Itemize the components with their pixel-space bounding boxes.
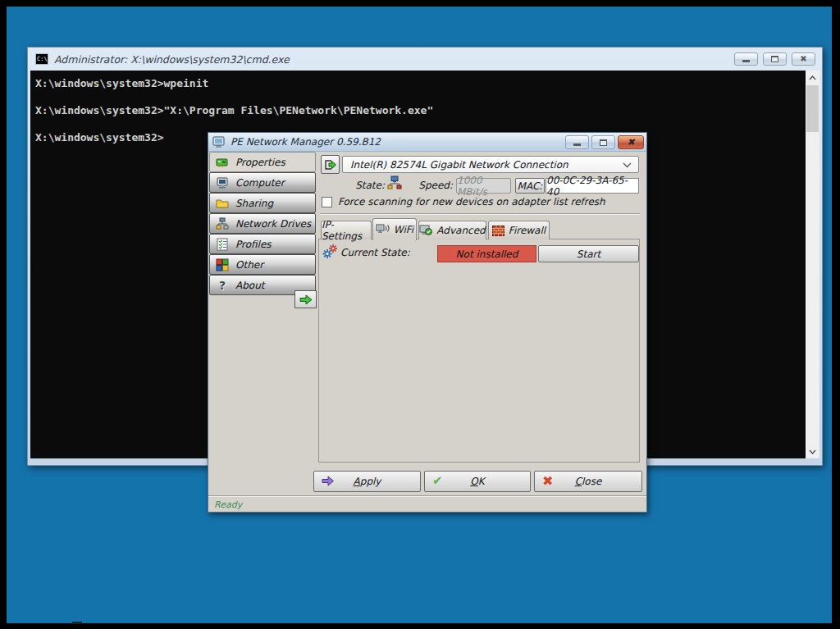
chevron-down-icon <box>809 449 816 454</box>
close-icon: ✖ <box>800 55 806 63</box>
console-line <box>35 91 801 105</box>
tab-firewall[interactable]: Firewall <box>488 221 550 239</box>
sidebar-item-label: Network Drives <box>235 218 311 230</box>
cmd-titlebar[interactable]: C:\ Administrator: X:\windows\system32\c… <box>28 48 822 71</box>
green-arrow-right-icon <box>299 294 313 305</box>
apply-button[interactable]: Apply <box>313 471 421 492</box>
sidebar-item-other[interactable]: Other <box>209 254 316 275</box>
close-button[interactable]: ✖ Close <box>534 471 642 492</box>
pe-close-button[interactable]: ✖ <box>618 135 644 149</box>
scroll-up-button[interactable] <box>806 71 819 84</box>
console-line <box>35 118 801 132</box>
tab-label: WiFi <box>394 224 413 235</box>
color-squares-icon <box>216 258 229 271</box>
sidebar-item-label: Profiles <box>235 239 272 250</box>
chevron-up-icon <box>809 75 816 80</box>
sidebar-item-label: About <box>235 280 264 291</box>
force-scan-checkbox[interactable] <box>322 197 332 207</box>
wifi-monitor-icon <box>376 224 390 235</box>
maximize-icon <box>771 56 778 62</box>
pe-titlebar[interactable]: PE Network Manager 0.59.B12 ✖ <box>208 133 646 152</box>
wifi-tab-panel <box>318 239 640 463</box>
tab-label: Advanced <box>436 225 485 236</box>
pe-status-bar: Ready <box>208 498 646 512</box>
cmd-close-button[interactable]: ✖ <box>792 52 815 66</box>
state-label: State: <box>340 180 385 191</box>
refresh-adapter-button[interactable] <box>321 155 340 174</box>
separator <box>320 213 640 215</box>
speed-value: 1000 MBit/s <box>456 178 511 194</box>
apply-arrow-icon <box>322 475 335 490</box>
pe-maximize-button[interactable] <box>591 135 615 149</box>
network-tree-icon <box>216 217 229 230</box>
wifi-state-value: Not installed <box>437 245 536 262</box>
mac-button-label: MAC: <box>518 180 543 192</box>
pe-window-title: PE Network Manager 0.59.B12 <box>231 136 381 148</box>
minimize-icon <box>573 144 581 146</box>
network-state-icon <box>387 175 402 192</box>
sidebar-item-network-drives[interactable]: Network Drives <box>209 213 316 234</box>
ok-check-icon: ✔ <box>432 475 443 487</box>
minimize-icon <box>742 60 750 62</box>
force-scan-label: Force scanning for new devices on adapte… <box>338 196 605 207</box>
gears-icon <box>322 244 338 262</box>
pe-app-icon <box>212 135 226 148</box>
adapter-dropdown[interactable]: Intel(R) 82574L Gigabit Network Connecti… <box>342 156 639 173</box>
tab-ip-settings[interactable]: IP-Settings <box>321 221 372 239</box>
separator <box>208 495 646 497</box>
speed-label: Speed: <box>413 180 453 191</box>
ok-button[interactable]: ✔ OK <box>424 471 531 492</box>
desktop: C:\ Administrator: X:\windows\system32\c… <box>7 7 832 623</box>
shared-folder-icon <box>216 197 229 210</box>
status-text: Ready <box>214 499 242 510</box>
sidebar-item-label: Computer <box>235 177 285 189</box>
maximize-icon <box>600 139 607 146</box>
vertical-scrollbar[interactable] <box>806 71 819 458</box>
close-x-icon: ✖ <box>542 475 553 488</box>
current-state-label: Current State: <box>340 247 410 258</box>
cmd-window-title: Administrator: X:\windows\system32\cmd.e… <box>54 53 290 66</box>
cmd-minimize-button[interactable] <box>734 52 758 66</box>
scrollbar-thumb[interactable] <box>806 85 819 132</box>
question-mark-icon: ? <box>216 279 229 292</box>
firewall-brick-icon <box>492 226 504 236</box>
computer-icon <box>216 176 229 189</box>
sidebar-item-label: Properties <box>235 157 285 168</box>
tab-label: Firewall <box>509 225 546 236</box>
tab-wifi[interactable]: WiFi <box>372 218 417 240</box>
console-line: X:\windows\system32>wpeinit <box>35 77 801 91</box>
sidebar-item-properties[interactable]: Properties <box>209 152 316 172</box>
start-button[interactable]: Start <box>538 245 639 262</box>
sidebar-item-profiles[interactable]: Profiles <box>209 234 316 254</box>
console-line: X:\windows\system32>"X:\Program Files\PE… <box>35 104 801 118</box>
sidebar-item-label: Other <box>235 259 263 271</box>
cmd-maximize-button[interactable] <box>763 52 787 66</box>
scroll-down-button[interactable] <box>806 444 819 458</box>
mouse-cursor-artifact <box>72 622 82 624</box>
sidebar-item-sharing[interactable]: Sharing <box>209 193 316 213</box>
start-button-label: Start <box>577 248 600 260</box>
pe-network-manager-window: PE Network Manager 0.59.B12 ✖ Properties <box>208 132 647 513</box>
mac-value: 00-0C-29-3A-65-40 <box>546 178 639 194</box>
refresh-adapter-icon <box>324 158 337 171</box>
cmd-icon: C:\ <box>35 53 48 65</box>
chevron-down-icon <box>623 162 632 168</box>
close-icon: ✖ <box>627 138 634 147</box>
tab-label: IP-Settings <box>322 219 371 242</box>
sidebar-item-computer[interactable]: Computer <box>209 172 316 193</box>
advanced-icon <box>419 225 432 236</box>
tab-advanced[interactable]: Advanced <box>418 221 486 239</box>
mac-button[interactable]: MAC: <box>515 178 545 194</box>
sidebar-item-label: Sharing <box>235 198 273 209</box>
collapse-sidebar-button[interactable] <box>294 290 317 308</box>
pe-minimize-button[interactable] <box>565 135 589 149</box>
network-card-icon <box>216 156 229 169</box>
adapter-dropdown-value: Intel(R) 82574L Gigabit Network Connecti… <box>350 159 568 171</box>
checklist-icon <box>216 238 229 251</box>
